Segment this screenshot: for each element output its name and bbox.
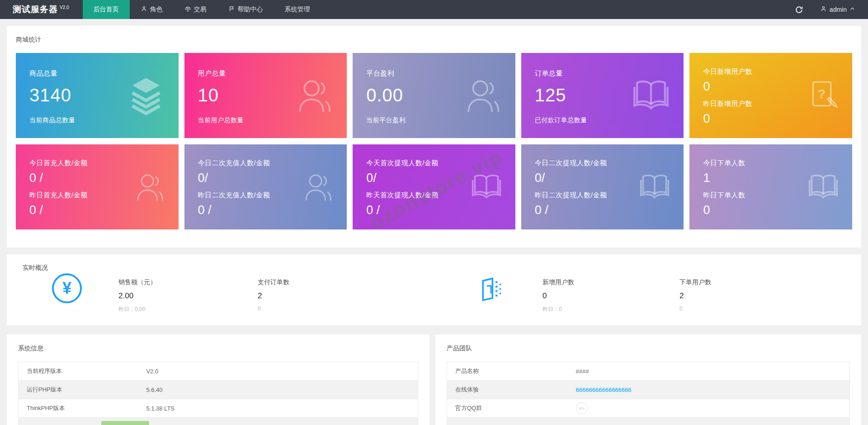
card-subtitle: 已付款订单总数量 (535, 116, 670, 124)
metric-value: 2 (258, 291, 289, 301)
stat-card-first-recharge: 今日首充人数/金额 0 / 昨日首充人数/金额 0 / (16, 144, 179, 229)
realtime-panel: 实时概况 ¥ 销售额（元） 2.00 昨日：0.00 支付订单数 2 0 新增用… (7, 254, 861, 325)
app-title: 测试服务器 (13, 4, 58, 15)
menu-item-label: 角色 (150, 5, 163, 14)
bottom-panels: 系统信息 当前程序版本 V2.0 运行PHP版本 5.6.40 ThinkPHP… (7, 334, 861, 425)
stat-card-new-users: 今日新增用户数 0 昨日新增用户数 0 ? (689, 53, 852, 138)
card-label: 昨天首次提现人数/金额 (366, 191, 502, 200)
row-label: 产品名称 (447, 362, 576, 381)
system-info-table: 当前程序版本 V2.0 运行PHP版本 5.6.40 ThinkPHP版本 5.… (18, 362, 418, 425)
metric-new-users: 新增用户数 0 昨日：0 (542, 278, 574, 313)
stats-card-grid: 商品总量 3140 当前商品总数量 用户总量 10 当前用户总数量 (16, 53, 852, 229)
metric-label: 销售额（元） (118, 278, 156, 287)
stat-card-first-withdraw: 今天首次提现人数/金额 0/ 昨天首次提现人数/金额 0 / (353, 144, 515, 229)
card-subtitle: 当前平台盈利 (366, 116, 502, 124)
stat-card-users-total: 用户总量 10 当前用户总数量 (184, 53, 347, 138)
row-label: 运行PHP版本 (19, 381, 146, 399)
metric-order-users: 下单用户数 2 0 (679, 278, 711, 312)
flag-icon (228, 5, 238, 14)
card-subtitle: 当前用户总数量 (198, 116, 334, 124)
menu-item-roles[interactable]: 角色 (130, 0, 174, 19)
row-value: 5.1.38 LTS (146, 399, 418, 418)
card-label: 今日下单人数 (703, 159, 839, 167)
row-value: 5.6.40 (146, 381, 418, 399)
metric-label: 支付订单数 (258, 278, 289, 287)
row-label: 当前程序版本 (19, 362, 146, 381)
table-row: 产品名称 #### (447, 362, 850, 381)
metric-value: 2.00 (118, 291, 156, 301)
top-navbar: 测试服务器 V2.0 后台首页 角色 交易 帮助中心 系统管理 admin (0, 0, 868, 19)
metric-sales: 销售额（元） 2.00 昨日：0.00 (118, 278, 156, 313)
chevron-up-icon (847, 6, 858, 13)
card-subtitle: 当前商品总数量 (29, 116, 165, 124)
card-value: 0 / (29, 203, 165, 217)
scales-icon (184, 5, 194, 14)
app-logo: 测试服务器 V2.0 (0, 0, 83, 19)
metric-label: 下单用户数 (679, 278, 711, 287)
card-value: 0 / (535, 203, 670, 217)
metric-value: 2 (679, 291, 711, 301)
system-info-panel: 系统信息 当前程序版本 V2.0 运行PHP版本 5.6.40 ThinkPHP… (7, 334, 429, 425)
row-label: 官方QQ群 (447, 399, 576, 418)
row-value: V2.0 (146, 362, 418, 381)
nav-right-controls: admin (788, 0, 868, 19)
table-row: 运行PHP版本 5.6.40 (19, 381, 418, 399)
card-value: 0 / (29, 171, 165, 185)
stat-card-second-recharge: 今日二次充值人数/金额 0/ 昨日二次充值人数/金额 0 / (184, 144, 347, 229)
product-team-table: 产品名称 #### 在线体验 66666666666666666 官方QQ群 4… (447, 362, 850, 425)
table-row: 在线体验 66666666666666666 (447, 381, 850, 399)
card-value: 3140 (29, 85, 165, 105)
menu-item-home[interactable]: 后台首页 (83, 0, 130, 19)
metric-paid-orders: 支付订单数 2 0 (258, 278, 289, 312)
card-title: 平台盈利 (366, 69, 502, 78)
metric-value: 0 (542, 291, 574, 301)
card-value: 0 (703, 80, 839, 94)
table-row-partial (19, 418, 418, 425)
stat-card-platform-profit: 平台盈利 0.00 当前平台盈利 (353, 53, 515, 138)
card-label: 昨日二次充值人数/金额 (198, 191, 334, 200)
card-title: 用户总量 (198, 69, 334, 78)
card-title: 商品总量 (29, 69, 165, 78)
table-row: ThinkPHP版本 5.1.38 LTS (19, 399, 418, 418)
card-value: 1 (703, 171, 839, 185)
panel-title-product-team: 产品团队 (447, 344, 850, 353)
user-icon (141, 5, 150, 14)
stat-card-products-total: 商品总量 3140 当前商品总数量 (16, 53, 179, 138)
card-label: 昨日二次提现人数/金额 (535, 191, 670, 200)
card-value: 0 (703, 203, 839, 217)
stat-card-second-withdraw: 今日二次提现人数/金额 0/ 昨日二次提现人数/金额 0 / (521, 144, 684, 229)
metric-sub: 昨日：0.00 (118, 306, 156, 313)
app-version: V2.0 (60, 5, 69, 10)
card-label: 今日二次提现人数/金额 (535, 159, 670, 167)
card-value: 10 (198, 85, 334, 105)
building-icon (477, 275, 505, 305)
online-demo-link[interactable]: 66666666666666666 (576, 387, 632, 393)
broken-image-placeholder: 404 (576, 402, 588, 414)
metric-sub: 0 (679, 306, 711, 312)
menu-item-system[interactable]: 系统管理 (274, 0, 321, 19)
panel-title-system-info: 系统信息 (18, 344, 418, 353)
card-label: 今日二次充值人数/金额 (198, 159, 334, 167)
card-value: 0 / (198, 203, 334, 217)
panel-title-mall-stats: 商城统计 (16, 36, 852, 44)
card-label: 今天首次提现人数/金额 (366, 159, 502, 167)
card-label: 昨日首充人数/金额 (29, 191, 165, 200)
product-team-panel: 产品团队 产品名称 #### 在线体验 66666666666666666 官方… (435, 334, 861, 425)
card-label: 昨日下单人数 (703, 191, 839, 200)
status-badge (101, 421, 149, 425)
stat-card-order-users: 今日下单人数 1 昨日下单人数 0 (689, 144, 852, 229)
table-row: 官方QQ群 404 (447, 399, 850, 418)
row-label: 在线体验 (447, 381, 576, 399)
refresh-icon[interactable] (788, 0, 811, 19)
yen-circle-icon: ¥ (52, 273, 82, 303)
card-label: 今日新增用户数 (703, 67, 839, 76)
menu-item-help[interactable]: 帮助中心 (217, 0, 274, 19)
metric-label: 新增用户数 (542, 278, 574, 287)
panel-title-realtime: 实时概况 (23, 264, 48, 272)
card-value: 0/ (535, 171, 670, 185)
card-label: 今日首充人数/金额 (29, 159, 165, 167)
user-menu[interactable]: admin (811, 0, 868, 19)
card-value: 0.00 (366, 85, 502, 105)
mall-stats-panel: 商城统计 商品总量 3140 当前商品总数量 用户总量 10 当前用户总数量 (7, 26, 861, 248)
menu-item-trade[interactable]: 交易 (174, 0, 217, 19)
